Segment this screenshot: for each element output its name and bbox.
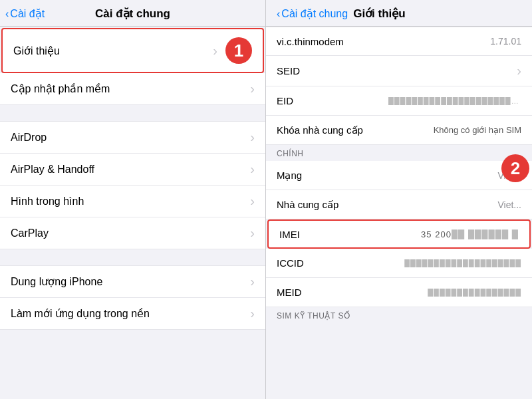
settings-item-airplay[interactable]: AirPlay & Handoff — [0, 154, 265, 186]
modem-label: vi.c.thinmodem — [277, 36, 344, 47]
modem-row: vi.c.thinmodem 1.71.01 — [266, 27, 532, 56]
airdrop-label: AirDrop — [11, 132, 47, 144]
step2-badge: 2 — [501, 154, 529, 182]
cap-nhat-label: Cập nhật phần mềm — [11, 82, 110, 95]
iccid-row: ICCID ████████████████████ — [266, 249, 532, 278]
seid-chevron — [517, 63, 521, 78]
khoa-value: Không có giới hạn SIM — [434, 125, 521, 135]
gioi-thieu-label: Giới thiệu — [13, 45, 60, 57]
imei-value: 35 200██ ██████ █ — [421, 229, 519, 239]
settings-item-dung-luong[interactable]: Dung lượng iPhone — [0, 265, 265, 298]
group3: Dung lượng iPhone Làm mới ứng dụng trong… — [0, 265, 265, 330]
group2: AirDrop AirPlay & Handoff Hình trong hìn… — [0, 121, 265, 249]
seid-label: SEID — [277, 65, 300, 76]
settings-item-hinh[interactable]: Hình trong hình — [0, 186, 265, 217]
khoa-label: Khóa nhà cung cấp — [277, 124, 363, 136]
nha-cung-cap-label: Nhà cung cấp — [277, 199, 338, 211]
khoa-row: Khóa nhà cung cấp Không có giới hạn SIM — [266, 116, 532, 145]
left-back-button[interactable]: ‹ Cài đặt — [5, 7, 45, 20]
airdrop-chevron — [250, 130, 255, 145]
hinh-chevron — [250, 194, 255, 209]
settings-item-lam-moi[interactable]: Làm mới ứng dụng trong nền — [0, 298, 265, 330]
eid-value: ███████████████████████ — [388, 97, 521, 105]
settings-item-airdrop[interactable]: AirDrop — [0, 121, 265, 154]
left-settings-list: Giới thiệu 1 Cập nhật phần mềm AirDrop A… — [0, 27, 265, 399]
dung-luong-label: Dung lượng iPhone — [11, 275, 102, 288]
chevron-left-icon: ‹ — [5, 8, 9, 20]
hinh-label: Hình trong hình — [11, 196, 84, 207]
airplay-chevron — [250, 162, 255, 177]
mang-label: Mạng — [277, 170, 302, 182]
gioi-thieu-chevron — [213, 43, 217, 59]
right-nav-title: Giới thiệu — [353, 7, 406, 21]
right-chevron-left-icon: ‹ — [277, 8, 280, 20]
right-nav-header: ‹ Cài đặt chung Giới thiệu — [266, 0, 532, 27]
right-panel: ‹ Cài đặt chung Giới thiệu vi.c.thinmode… — [266, 0, 532, 399]
lam-moi-label: Làm mới ứng dụng trong nền — [11, 307, 150, 320]
group1: Giới thiệu 1 Cập nhật phần mềm — [0, 28, 265, 105]
meid-label: MEID — [277, 287, 302, 298]
left-back-label: Cài đặt — [10, 7, 45, 20]
imei-row: IMEI 35 200██ ██████ █ — [267, 219, 531, 249]
left-panel: ‹ Cài đặt Cài đặt chung Giới thiệu 1 Cập… — [0, 0, 266, 399]
dung-luong-chevron — [250, 274, 255, 289]
iccid-value: ████████████████████ — [404, 259, 521, 267]
eid-label: EID — [277, 95, 293, 106]
seid-row[interactable]: SEID — [266, 56, 532, 86]
mang-row: Mạng Viet... 2 — [266, 161, 532, 190]
iccid-label: ICCID — [277, 257, 304, 269]
nha-cung-cap-row: Nhà cung cấp Viet... — [266, 190, 532, 219]
settings-item-carplay[interactable]: CarPlay — [0, 217, 265, 249]
right-back-label: Cài đặt chung — [281, 7, 348, 20]
step1-badge: 1 — [225, 37, 252, 64]
cap-nhat-chevron — [250, 81, 255, 96]
chinh-section-header: CHÍNH — [266, 145, 532, 161]
left-nav-title: Cài đặt chung — [95, 7, 170, 21]
eid-row: EID ███████████████████████ — [266, 86, 532, 116]
carplay-chevron — [250, 225, 255, 241]
sim-section-header: SIM KỸ THUẬT SỐ — [266, 307, 532, 323]
nha-cung-cap-value: Viet... — [497, 200, 521, 210]
lam-moi-chevron — [250, 306, 255, 321]
airplay-label: AirPlay & Handoff — [11, 164, 94, 176]
meid-value: ████████████████ — [428, 289, 521, 297]
modem-value: 1.71.01 — [490, 36, 521, 47]
settings-item-gioi-thieu[interactable]: Giới thiệu 1 — [1, 28, 264, 73]
imei-label: IMEI — [279, 229, 300, 240]
settings-item-cap-nhat[interactable]: Cập nhật phần mềm — [0, 73, 265, 105]
carplay-label: CarPlay — [11, 227, 49, 239]
left-nav-header: ‹ Cài đặt Cài đặt chung — [0, 0, 265, 27]
right-content: vi.c.thinmodem 1.71.01 SEID EID ████████… — [266, 27, 532, 399]
right-back-button[interactable]: ‹ Cài đặt chung — [277, 7, 348, 20]
meid-row: MEID ████████████████ — [266, 278, 532, 307]
